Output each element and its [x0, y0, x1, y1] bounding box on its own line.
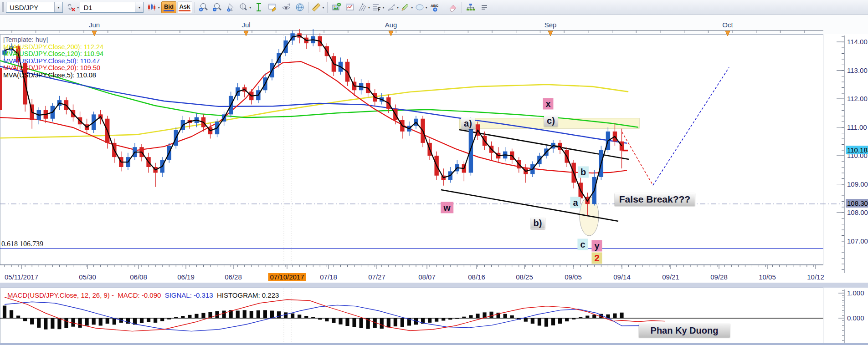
- divider: [462, 2, 462, 13]
- indicator-window-icon[interactable]: [344, 1, 356, 13]
- legend-line: MVA(USD/JPY.Close,120): 110.94: [3, 50, 103, 57]
- toolbar-grip[interactable]: [2, 2, 4, 12]
- legend-line: MVA(USD/JPY.Close,20): 109.50: [3, 64, 100, 71]
- annotation-label[interactable]: a: [570, 197, 580, 208]
- date-label: 05/30: [79, 273, 96, 281]
- date-label: 10/05: [759, 273, 776, 281]
- window-bottom-edge: [0, 343, 868, 345]
- month-label: Jul: [241, 21, 250, 29]
- pointer-icon[interactable]: [225, 1, 237, 13]
- divider: [327, 2, 328, 13]
- annotate-window-icon[interactable]: [266, 1, 279, 13]
- macd-legend-segment: MACD(USD/JPY.Close, 12, 26, 9) -: [7, 291, 116, 299]
- date-label: 09/14: [613, 273, 631, 281]
- svg-text:ABC: ABC: [431, 4, 439, 8]
- timeframe-combo[interactable]: D1 ▼: [80, 2, 144, 13]
- pencil-icon[interactable]: ▼: [400, 1, 413, 13]
- pitchfork-icon[interactable]: ▼: [357, 1, 370, 13]
- ask-button[interactable]: Ask: [177, 1, 192, 13]
- timeframe-value: D1: [83, 4, 132, 11]
- level-price-tag[interactable]: 108.305: [846, 199, 868, 208]
- chevron-down-icon[interactable]: ▼: [54, 2, 62, 12]
- annotation-label[interactable]: b: [578, 167, 589, 178]
- eraser-icon[interactable]: [447, 1, 459, 13]
- vertical-scale-icon[interactable]: [252, 1, 265, 13]
- zoom-area-icon[interactable]: ▼: [238, 1, 252, 13]
- date-label: 10/12: [807, 273, 824, 281]
- trading-platform-window: USD/JPY ▼ ▼ D1 ▼ ▼ Bid Ask ▼: [0, 0, 868, 345]
- pane-separator: [0, 283, 868, 288]
- legend-line: MVA(USD/JPY.Close,200): 112.24: [3, 43, 103, 51]
- macd-axis-label: 1.000: [847, 289, 864, 297]
- date-label: 07/18: [320, 273, 337, 281]
- bid-label: Bid: [164, 3, 174, 11]
- macd-legend-segment: HISTOGRAM: 0.223: [213, 291, 279, 299]
- month-label: Sep: [544, 21, 557, 29]
- globe-icon[interactable]: [293, 1, 306, 13]
- ask-label: Ask: [179, 3, 190, 11]
- month-label: Jun: [89, 21, 100, 29]
- unlink-icon[interactable]: ▼: [66, 1, 79, 13]
- instrument-value: USD/JPY: [10, 4, 51, 11]
- date-label: 06/08: [130, 273, 147, 281]
- price-axis-label: 108.00: [847, 208, 868, 216]
- annotation-label[interactable]: y: [591, 240, 602, 252]
- fibonacci-icon[interactable]: ▼: [371, 1, 385, 13]
- watermark-label[interactable]: Phan Ky Duong: [639, 324, 730, 337]
- legend-line: [Template: huy]: [3, 36, 48, 43]
- macd-legend-segment: SIGNAL: -0.313: [161, 291, 213, 299]
- legend-line: MVA(USD/JPY.Close,5): 110.08: [3, 71, 96, 79]
- fib-level-label[interactable]: 0.618 106.739: [1, 240, 43, 248]
- eye-icon[interactable]: [280, 1, 293, 13]
- date-label: 06/19: [177, 273, 195, 281]
- annotation-label[interactable]: w: [441, 202, 453, 213]
- date-label: 09/21: [662, 273, 679, 281]
- zoom-in-icon[interactable]: [197, 1, 210, 13]
- date-label: 09/05: [565, 273, 582, 281]
- instrument-combo[interactable]: USD/JPY ▼: [6, 2, 63, 13]
- bid-button[interactable]: Bid: [161, 1, 176, 13]
- text-abc-icon[interactable]: ABC: [429, 1, 442, 13]
- annotation-label[interactable]: b): [531, 218, 545, 229]
- macd-legend: MACD(USD/JPY.Close, 12, 26, 9) - MACD: -…: [7, 291, 279, 299]
- macd-legend-segment: MACD: -0.090: [116, 291, 161, 299]
- menu-list-icon[interactable]: [478, 1, 491, 13]
- price-axis-label: 112.00: [847, 95, 868, 102]
- price-axis-label: 114.00: [847, 38, 868, 46]
- date-label: 08/25: [516, 273, 533, 281]
- annotation-label[interactable]: 2: [591, 253, 602, 264]
- chart-type-icon[interactable]: ▼: [147, 1, 160, 13]
- month-label: Oct: [722, 21, 733, 29]
- date-label: 07/10/2017: [268, 273, 306, 281]
- ruler-icon[interactable]: ▼: [311, 1, 324, 13]
- annotation-label[interactable]: x: [543, 98, 553, 110]
- divider: [308, 2, 309, 13]
- date-label: 08/16: [468, 273, 485, 281]
- ellipse-tool-icon[interactable]: ▼: [415, 1, 428, 13]
- chevron-down-icon[interactable]: ▼: [135, 2, 143, 12]
- object-tree-icon[interactable]: [464, 1, 477, 13]
- current-price-tag[interactable]: 110.183: [846, 146, 868, 154]
- annotation-label[interactable]: False Break???: [615, 193, 695, 206]
- trendlines-icon[interactable]: ▼: [386, 1, 399, 13]
- macd-axis-label: 0.000: [847, 314, 864, 322]
- insert-image-icon[interactable]: [330, 1, 343, 13]
- price-axis-label: 109.00: [847, 180, 868, 188]
- divider: [444, 2, 444, 13]
- date-label: 09/28: [710, 273, 728, 281]
- date-label: 06/28: [225, 273, 242, 281]
- price-axis-label: 113.00: [847, 66, 868, 74]
- legend-line: MVA(USD/JPY.Close,50): 110.47: [3, 57, 100, 65]
- date-label: 05/11/2017: [5, 273, 38, 281]
- date-label: 08/07: [418, 273, 436, 281]
- annotation-label[interactable]: a): [461, 118, 475, 129]
- divider: [195, 2, 195, 13]
- date-label: 07/27: [368, 273, 385, 281]
- zoom-out-icon[interactable]: [211, 1, 224, 13]
- month-label: Aug: [385, 21, 397, 29]
- annotation-label[interactable]: c: [577, 239, 588, 250]
- annotation-label[interactable]: c): [544, 115, 558, 127]
- chart-toolbar: USD/JPY ▼ ▼ D1 ▼ ▼ Bid Ask ▼: [0, 0, 868, 15]
- price-axis-label: 107.00: [847, 237, 868, 245]
- price-axis-label: 111.00: [847, 123, 867, 131]
